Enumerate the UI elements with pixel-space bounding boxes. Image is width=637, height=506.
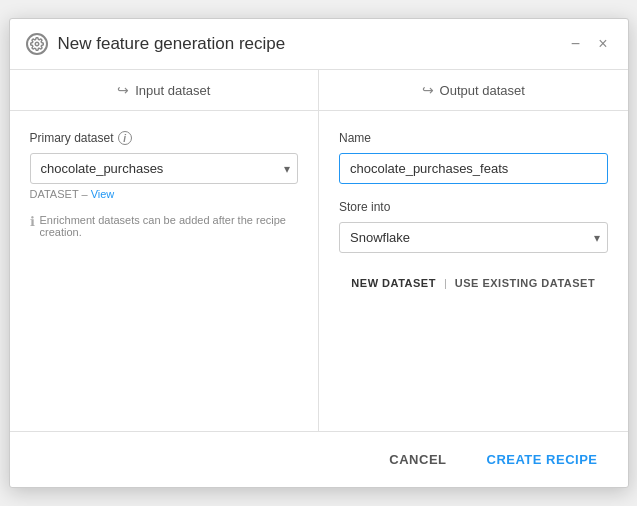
title-bar: New feature generation recipe − × [10, 19, 628, 70]
input-section: Primary dataset i chocolate_purchases ▾ … [10, 111, 320, 431]
cancel-button[interactable]: CANCEL [379, 446, 456, 473]
svg-point-0 [35, 42, 39, 46]
title-bar-left: New feature generation recipe [26, 33, 286, 55]
footer: CANCEL CREATE RECIPE [10, 431, 628, 487]
name-label: Name [339, 131, 608, 145]
info-icon: i [118, 131, 132, 145]
title-controls: − × [567, 34, 612, 54]
primary-dataset-label: Primary dataset i [30, 131, 299, 145]
gear-icon [26, 33, 48, 55]
output-arrow-icon: ↪ [422, 82, 434, 98]
input-header-label: Input dataset [135, 83, 210, 98]
dataset-select-wrapper: chocolate_purchases ▾ [30, 153, 299, 184]
store-label: Store into [339, 200, 608, 214]
store-select-wrapper: Snowflake ▾ [339, 222, 608, 253]
output-section: Name Store into Snowflake ▾ NEW DATASET … [319, 111, 628, 431]
close-button[interactable]: × [594, 34, 611, 54]
view-link[interactable]: View [91, 188, 115, 200]
create-recipe-button[interactable]: CREATE RECIPE [477, 446, 608, 473]
output-name-input[interactable] [339, 153, 608, 184]
enrichment-note: ℹ Enrichment datasets can be added after… [30, 214, 299, 238]
new-dataset-button[interactable]: NEW DATASET [343, 273, 444, 293]
dataset-select[interactable]: chocolate_purchases [30, 153, 299, 184]
body: Primary dataset i chocolate_purchases ▾ … [10, 111, 628, 431]
column-headers: ↪ Input dataset ↪ Output dataset [10, 70, 628, 111]
use-existing-button[interactable]: USE EXISTING DATASET [447, 273, 603, 293]
dialog-title: New feature generation recipe [58, 34, 286, 54]
output-col-header: ↪ Output dataset [319, 70, 628, 110]
info-circle-icon: ℹ [30, 214, 35, 229]
minimize-button[interactable]: − [567, 34, 584, 54]
store-select[interactable]: Snowflake [339, 222, 608, 253]
input-col-header: ↪ Input dataset [10, 70, 320, 110]
output-header-label: Output dataset [440, 83, 525, 98]
dialog: New feature generation recipe − × ↪ Inpu… [9, 18, 629, 488]
input-arrow-icon: ↪ [117, 82, 129, 98]
dataset-meta: DATASET – View [30, 188, 299, 200]
dataset-toggle: NEW DATASET | USE EXISTING DATASET [339, 273, 608, 293]
